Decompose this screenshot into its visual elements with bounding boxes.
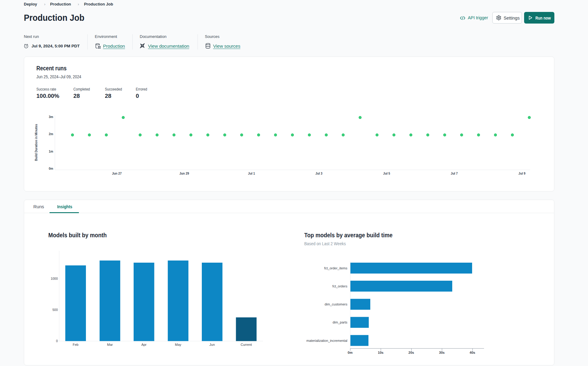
svg-text:Mar: Mar — [107, 343, 113, 346]
svg-text:fct_order_items: fct_order_items — [324, 266, 347, 270]
svg-text:Jun 29: Jun 29 — [179, 172, 189, 175]
svg-text:0m: 0m — [49, 167, 54, 170]
svg-text:dim_customers: dim_customers — [324, 302, 347, 306]
svg-text:Build Duration in Minutes: Build Duration in Minutes — [35, 124, 38, 161]
svg-text:Jun 27: Jun 27 — [112, 172, 122, 175]
svg-text:1000: 1000 — [51, 277, 58, 280]
svg-text:Current: Current — [241, 343, 252, 346]
svg-text:Jun: Jun — [209, 343, 215, 346]
svg-text:Jul 9: Jul 9 — [519, 172, 526, 175]
svg-text:dim_parts: dim_parts — [333, 320, 348, 324]
svg-text:Jul 1: Jul 1 — [248, 172, 255, 175]
svg-text:Feb: Feb — [73, 343, 79, 346]
svg-text:40s: 40s — [470, 351, 475, 354]
svg-text:1m: 1m — [49, 150, 54, 153]
svg-text:fct_orders: fct_orders — [332, 284, 347, 288]
svg-text:Apr: Apr — [141, 343, 146, 346]
svg-text:10s: 10s — [378, 351, 383, 354]
svg-text:Jul 5: Jul 5 — [383, 172, 390, 175]
svg-text:Jul 7: Jul 7 — [451, 172, 458, 175]
svg-text:500: 500 — [52, 308, 58, 312]
svg-text:0: 0 — [56, 339, 58, 343]
svg-text:2m: 2m — [49, 132, 54, 136]
svg-text:materialization_incremental: materialization_incremental — [306, 339, 347, 342]
svg-text:Jul 3: Jul 3 — [316, 172, 323, 175]
svg-text:30s: 30s — [439, 351, 445, 354]
svg-text:20s: 20s — [409, 351, 414, 354]
svg-text:May: May — [175, 343, 181, 346]
svg-text:0m: 0m — [348, 351, 353, 354]
svg-text:3m: 3m — [49, 115, 54, 119]
